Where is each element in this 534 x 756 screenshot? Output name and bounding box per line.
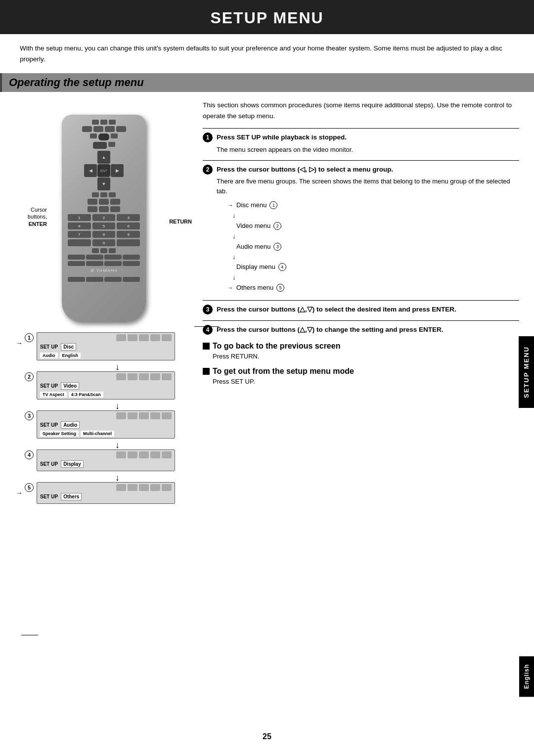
menu-item-disc: → Disc menu 1 — [227, 199, 519, 212]
to-back-section: To go back to the previous screen Press … — [203, 342, 519, 360]
page-title: SETUP MENU — [0, 9, 534, 27]
arrow-2-3: ↓ — [47, 401, 188, 410]
right-intro: This section shows common procedures (so… — [203, 100, 519, 121]
others-num: 5 — [276, 284, 284, 292]
remote-body: ▲ ◀ ENT ▶ ▼ — [62, 115, 146, 322]
screen-items: → 1 SET UP Disc Audio — [20, 332, 188, 504]
screen-box-5: SET UP Others — [37, 482, 175, 504]
step-num-2: 2 — [203, 165, 213, 175]
display-num: 4 — [278, 263, 286, 271]
disc-num: 1 — [269, 201, 277, 209]
cursor-label: Cursor buttons, ENTER — [10, 206, 47, 227]
audio-menu-label: Audio menu — [236, 240, 270, 253]
video-menu-label: Video menu — [236, 220, 270, 232]
screen-num-2: 2 — [25, 372, 34, 381]
menu-item-others: → Others menu 5 — [227, 281, 519, 294]
right-arrow: ▶ — [111, 164, 124, 177]
down-arrow: ▼ — [97, 178, 110, 190]
audio-num: 3 — [273, 243, 281, 251]
screen-box-3: SET UP Audio Speaker Setting Multi-chann… — [37, 410, 175, 439]
step-2: 2 Press the cursor buttons (◁, ▷) to sel… — [203, 165, 519, 294]
divider-1 — [203, 128, 519, 129]
screen-num-5: 5 — [25, 483, 34, 492]
arrow-4-5: ↓ — [47, 473, 188, 482]
screen-box-1: SET UP Disc Audio English — [37, 332, 175, 360]
left-column: Cursor buttons, ENTER RETURN — [0, 92, 193, 506]
up-arrow: ▲ — [97, 151, 110, 164]
side-tab: SETUP MENU — [519, 336, 534, 408]
enter-btn: ENT — [97, 164, 110, 177]
main-content: Cursor buttons, ENTER RETURN — [0, 92, 534, 506]
screen-num-3: 3 — [25, 411, 34, 420]
display-menu-label: Display menu — [236, 261, 275, 273]
to-out-section: To get out from the setup menu mode Pres… — [203, 367, 519, 385]
screen-box-2: SET UP Video TV Aspect 4:3 Pan&Scan — [37, 371, 175, 400]
step-desc-2: There are five menu groups. The screen s… — [217, 177, 519, 196]
step-1: 1 Press SET UP while playback is stopped… — [203, 133, 519, 154]
yamaha-logo: ⊛ YAMAHA — [66, 268, 142, 273]
arrow-1-2: ↓ — [47, 362, 188, 371]
remote-container: Cursor buttons, ENTER RETURN — [49, 115, 158, 322]
screen-box-4: SET UP Display — [37, 449, 175, 471]
screen-num-1: 1 — [25, 333, 34, 342]
divider-3 — [203, 300, 519, 301]
square-icon-1 — [203, 343, 210, 350]
disc-menu-label: Disc menu — [236, 199, 267, 212]
step-text-3: Press the cursor buttons (△,▽) to select… — [217, 305, 456, 314]
to-out-desc: Press SET UP. — [213, 378, 519, 385]
step-4: 4 Press the cursor buttons (△,▽) to chan… — [203, 325, 519, 335]
step-text-2: Press the cursor buttons (◁, ▷) to selec… — [217, 165, 393, 175]
intro-text: With the setup menu, you can change this… — [0, 43, 534, 64]
page-header: SETUP MENU — [0, 0, 534, 34]
menu-item-audio: Audio menu 3 — [227, 240, 519, 253]
video-num: 2 — [273, 222, 281, 230]
bottom-tab: English — [519, 656, 534, 697]
to-out-heading: To get out from the setup menu mode — [213, 367, 354, 376]
step-text-4: Press the cursor buttons (△,▽) to change… — [217, 325, 444, 335]
return-label: RETURN — [169, 219, 192, 224]
menu-item-video: Video menu 2 — [227, 220, 519, 232]
section-title: Operating the setup menu — [9, 76, 144, 89]
step-3: 3 Press the cursor buttons (△,▽) to sele… — [203, 305, 519, 314]
others-menu-label: Others menu — [236, 281, 273, 294]
menu-group-list: → Disc menu 1 ↓ Video menu 2 ↓ Audio men… — [227, 199, 519, 294]
page-number: 25 — [263, 732, 271, 741]
screen-num-4: 4 — [25, 450, 34, 459]
step-desc-1: The menu screen appears on the video mon… — [217, 145, 519, 155]
arrow-cross: ▲ ◀ ENT ▶ ▼ — [84, 151, 124, 190]
to-back-heading: To go back to the previous screen — [213, 342, 340, 351]
divider-2 — [203, 160, 519, 161]
numpad: 1 2 3 4 5 6 7 8 9 0 — [68, 214, 140, 246]
step-text-1: Press SET UP while playback is stopped. — [217, 133, 347, 142]
left-arrow: ◀ — [84, 164, 97, 177]
menu-item-display: Display menu 4 — [227, 261, 519, 273]
right-column: This section shows common procedures (so… — [193, 92, 534, 506]
square-icon-2 — [203, 368, 210, 375]
section-heading: Operating the setup menu — [0, 73, 534, 92]
bottom-row — [68, 255, 140, 260]
arrow-3-4: ↓ — [47, 441, 188, 449]
divider-4 — [203, 320, 519, 321]
step-num-1: 1 — [203, 133, 213, 142]
to-back-desc: Press RETURN. — [213, 353, 519, 360]
step-num-3: 3 — [203, 305, 213, 314]
